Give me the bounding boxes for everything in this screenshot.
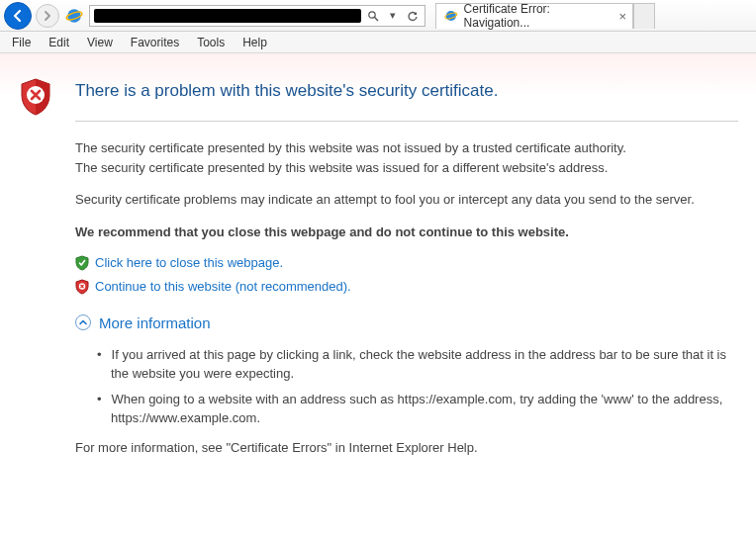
menu-bar: File Edit View Favorites Tools Help	[0, 32, 756, 53]
shield-warn-icon	[75, 279, 89, 295]
menu-edit[interactable]: Edit	[41, 34, 77, 51]
continue-row: Continue to this website (not recommende…	[75, 279, 738, 295]
svg-point-4	[446, 11, 456, 21]
more-info-list: If you arrived at this page by clicking …	[97, 345, 738, 428]
shield-error-icon	[18, 77, 53, 117]
menu-tools[interactable]: Tools	[189, 34, 233, 51]
ie-logo-icon	[444, 9, 458, 23]
tab-active[interactable]: Certificate Error: Navigation... ×	[435, 3, 633, 29]
info-bullet-1: If you arrived at this page by clicking …	[97, 345, 738, 384]
shield-ok-icon	[75, 255, 89, 271]
close-page-link[interactable]: Click here to close this webpage.	[95, 255, 283, 270]
refresh-icon[interactable]	[405, 8, 421, 24]
tab-strip: Certificate Error: Navigation... ×	[435, 3, 752, 29]
close-page-row: Click here to close this webpage.	[75, 255, 738, 271]
menu-help[interactable]: Help	[235, 34, 275, 51]
info-bullet-2: When going to a website with an address …	[97, 390, 738, 428]
back-button[interactable]	[4, 2, 32, 30]
search-icon[interactable]	[365, 8, 381, 24]
cert-warning: Security certificate problems may indica…	[75, 191, 738, 209]
svg-point-0	[67, 9, 81, 23]
svg-line-3	[375, 17, 378, 20]
chevron-up-icon	[78, 317, 88, 327]
tab-title: Certificate Error: Navigation...	[464, 2, 615, 30]
close-icon[interactable]: ×	[618, 9, 626, 24]
url-redacted	[94, 9, 361, 23]
menu-view[interactable]: View	[79, 34, 121, 51]
menu-favorites[interactable]: Favorites	[123, 34, 187, 51]
continue-link[interactable]: Continue to this website (not recommende…	[95, 279, 351, 294]
more-info-toggle[interactable]: More information	[99, 314, 211, 331]
cert-detail-2: The security certificate presented by th…	[75, 159, 738, 177]
divider	[75, 121, 738, 122]
page-content: There is a problem with this website's s…	[0, 53, 756, 479]
svg-point-2	[369, 11, 375, 17]
address-bar[interactable]: ▾	[89, 5, 425, 27]
ie-logo-icon	[65, 7, 83, 25]
dropdown-icon[interactable]: ▾	[385, 8, 401, 24]
forward-button[interactable]	[36, 4, 59, 28]
menu-file[interactable]: File	[4, 34, 39, 51]
cert-recommend: We recommend that you close this webpage…	[75, 224, 738, 241]
help-reference: For more information, see "Certificate E…	[75, 440, 738, 455]
new-tab-button[interactable]	[633, 3, 655, 29]
cert-detail-1: The security certificate presented by th…	[75, 139, 738, 157]
page-title: There is a problem with this website's s…	[75, 81, 738, 101]
expander-toggle[interactable]	[75, 314, 91, 330]
browser-toolbar: ▾ Certificate Error: Navigation... ×	[0, 0, 756, 32]
